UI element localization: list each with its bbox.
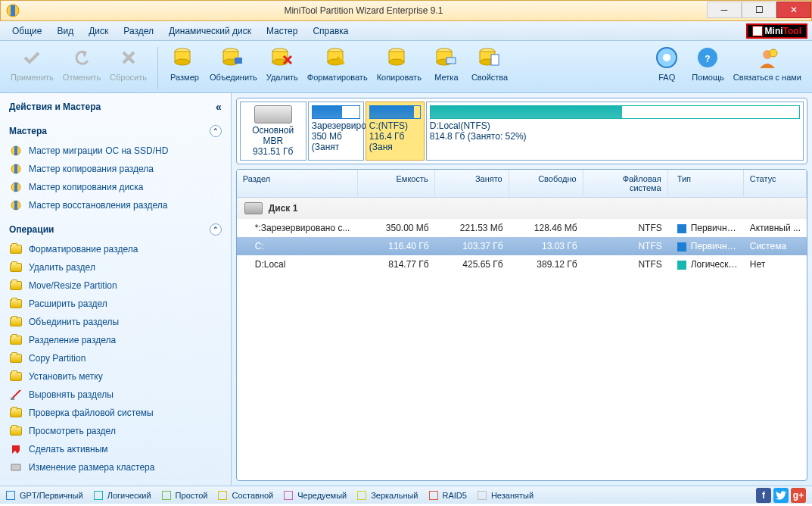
svg-point-18: [389, 59, 404, 65]
svg-rect-26: [491, 55, 499, 65]
disk-group-row[interactable]: Диск 1: [237, 198, 807, 219]
sidebar-operation-item[interactable]: Разделение раздела: [0, 331, 231, 349]
sidebar-wizard-item[interactable]: Мастер восстановления раздела: [0, 196, 231, 214]
toolbar-label: Форматировать: [307, 73, 368, 82]
googleplus-icon[interactable]: g+: [791, 488, 806, 503]
legend-item: Простой: [162, 491, 208, 500]
toolbar-связаться с нами-button[interactable]: Связаться с нами: [729, 44, 806, 83]
sidebar-operation-item[interactable]: Move/Resize Partition: [0, 276, 231, 295]
operation-icon: [9, 389, 23, 401]
cylinder-icon: [325, 45, 350, 70]
legend-item: Чередуемый: [284, 491, 347, 500]
legend-item: Логический: [94, 491, 151, 500]
toolbar-форматировать-button[interactable]: Форматировать: [303, 44, 372, 83]
toolbar-копировать-button[interactable]: Копировать: [372, 44, 426, 83]
sidebar-wizard-item[interactable]: Мастер миграции ОС на SSD/HD: [0, 142, 231, 160]
wizard-icon: [9, 199, 23, 211]
menu-item[interactable]: Общие: [5, 23, 49, 39]
cylinder-icon: [270, 45, 294, 70]
wizard-icon: [9, 145, 23, 157]
help-icon: ?: [695, 45, 720, 70]
diskmap-part-d[interactable]: D:Local(NTFS)814.8 Гб (Занято: 52%): [426, 102, 804, 161]
minitool-logo: MiniTool: [746, 23, 807, 39]
toolbar-faq-button[interactable]: FAQ: [646, 44, 687, 83]
chevron-up-icon[interactable]: ⌃: [210, 125, 222, 137]
sidebar: Действия и Мастера « Мастера ⌃ Мастер ми…: [0, 93, 232, 486]
cylinder-icon: [173, 45, 197, 70]
sidebar-operation-item[interactable]: Удалить раздел: [0, 258, 231, 276]
sidebar-operation-item[interactable]: Copy Partition: [0, 349, 231, 367]
col-free[interactable]: Свободно: [509, 170, 583, 197]
menu-item[interactable]: Справка: [305, 23, 356, 39]
facebook-icon[interactable]: f: [756, 488, 771, 503]
legend-item: GPT/Первичный: [6, 491, 83, 500]
col-type[interactable]: Тип: [668, 170, 744, 197]
undo-icon: [70, 45, 94, 70]
toolbar-размер-button[interactable]: Размер: [164, 44, 205, 83]
hdd-icon: [254, 105, 292, 123]
sidebar-header: Действия и Мастера «: [0, 93, 231, 120]
diskmap-part-c[interactable]: C:(NTFS)116.4 Гб (Заня: [366, 102, 425, 161]
operation-icon: [9, 425, 23, 437]
close-button[interactable]: ✕: [776, 2, 811, 18]
toolbar-объединить-button[interactable]: Объединить: [205, 44, 262, 83]
chevron-up-icon[interactable]: ⌃: [210, 223, 222, 236]
operation-icon: [9, 461, 23, 473]
operation-icon: [9, 443, 23, 455]
sidebar-operation-item[interactable]: Сделать активным: [0, 440, 231, 458]
faq-icon: [655, 45, 679, 70]
table-row[interactable]: D:Local814.77 Гб425.65 Гб389.12 ГбNTFSЛо…: [237, 255, 807, 273]
menu-item[interactable]: Диск: [81, 23, 116, 39]
diskmap-part-reserved[interactable]: Зарезервиров350 Мб (Занят: [308, 102, 364, 161]
wizard-icon: [9, 163, 23, 175]
toolbar-label: Удалить: [266, 73, 298, 82]
toolbar-label: Применить: [11, 73, 54, 82]
operations-section-title[interactable]: Операции ⌃: [0, 219, 231, 240]
sidebar-wizard-item[interactable]: Мастер копирования раздела: [0, 160, 231, 178]
twitter-icon[interactable]: [773, 488, 789, 503]
disk-summary[interactable]: Основной MBR 931.51 Гб: [240, 102, 306, 161]
check-icon: [20, 45, 44, 70]
cylinder-icon: [434, 45, 459, 70]
sidebar-operation-item[interactable]: Просмотреть раздел: [0, 422, 231, 440]
sidebar-operation-item[interactable]: Изменение размера кластера: [0, 458, 231, 476]
svg-rect-41: [11, 398, 14, 400]
masters-section-title[interactable]: Мастера ⌃: [0, 120, 231, 142]
legend-bar: GPT/ПервичныйЛогическийПростойСоставнойЧ…: [0, 486, 812, 504]
contact-icon: [755, 45, 779, 70]
svg-rect-40: [14, 201, 17, 210]
sidebar-operation-item[interactable]: Объединить разделы: [0, 313, 231, 331]
sidebar-wizard-item[interactable]: Мастер копирования диска: [0, 178, 231, 196]
toolbar-свойства-button[interactable]: Свойства: [467, 44, 512, 83]
sidebar-operation-item[interactable]: Установить метку: [0, 367, 231, 386]
col-partition[interactable]: Раздел: [237, 170, 358, 197]
menu-item[interactable]: Вид: [49, 23, 81, 39]
cylinder-icon: [221, 45, 245, 70]
minimize-button[interactable]: ─: [707, 2, 742, 18]
menu-item[interactable]: Мастер: [259, 23, 306, 39]
table-row[interactable]: C:116.40 Гб103.37 Гб13.03 ГбNTFSПервичны…: [237, 237, 807, 255]
svg-rect-22: [446, 58, 456, 64]
sidebar-operation-item[interactable]: Расширить раздел: [0, 295, 231, 313]
toolbar-label: Отменить: [63, 73, 101, 82]
sidebar-operation-item[interactable]: Выровнять разделы: [0, 386, 231, 404]
toolbar-метка-button[interactable]: Метка: [426, 44, 467, 83]
sidebar-operation-item[interactable]: Проверка файловой системы: [0, 404, 231, 422]
col-status[interactable]: Статус: [744, 170, 807, 197]
table-row[interactable]: *:Зарезервировано с...350.00 Мб221.53 Мб…: [237, 219, 807, 237]
col-used[interactable]: Занято: [435, 170, 509, 197]
toolbar-label: Объединить: [210, 73, 257, 82]
col-filesystem[interactable]: Файловая система: [583, 170, 668, 197]
maximize-button[interactable]: ☐: [742, 2, 776, 18]
toolbar-помощь-button[interactable]: ?Помощь: [687, 44, 729, 83]
col-capacity[interactable]: Емкость: [358, 170, 435, 197]
collapse-icon[interactable]: «: [216, 101, 222, 113]
toolbar-применить-button: Применить: [6, 44, 58, 83]
toolbar-label: FAQ: [658, 73, 675, 82]
toolbar-удалить-button[interactable]: Удалить: [262, 44, 303, 83]
menu-item[interactable]: Раздел: [116, 23, 161, 39]
operation-icon: [9, 298, 23, 310]
menu-item[interactable]: Динамический диск: [161, 23, 259, 39]
sidebar-operation-item[interactable]: Форматирование раздела: [0, 240, 231, 258]
operation-icon: [9, 280, 23, 292]
